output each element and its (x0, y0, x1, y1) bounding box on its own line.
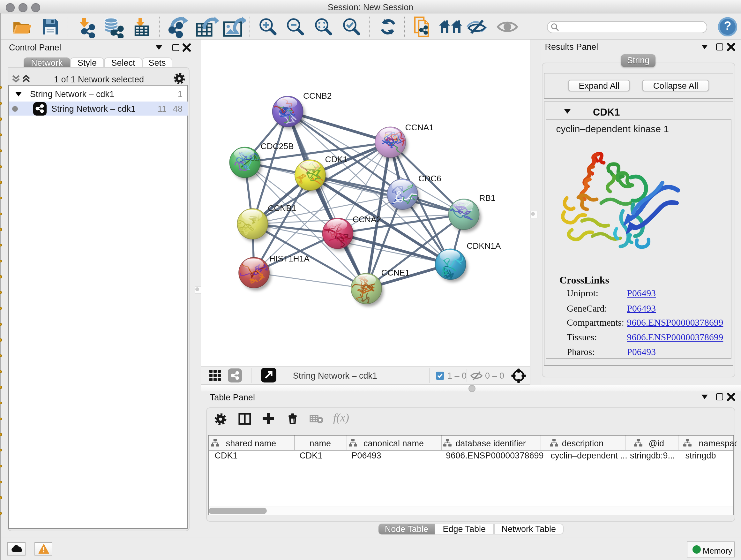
svg-text:CDK1: CDK1 (325, 154, 347, 164)
svg-text:CCNA2: CCNA2 (353, 214, 381, 224)
svg-text:CCNA1: CCNA1 (405, 123, 434, 132)
svg-text:HIST1H1A: HIST1H1A (269, 254, 310, 263)
svg-text:CCNB2: CCNB2 (303, 91, 332, 101)
svg-text:CCNB1: CCNB1 (268, 203, 296, 213)
svg-text:RB1: RB1 (479, 193, 495, 203)
svg-text:CDC25B: CDC25B (261, 141, 294, 151)
svg-text:CDC6: CDC6 (418, 174, 441, 183)
svg-text:CDKN1A: CDKN1A (467, 241, 501, 251)
svg-text:CCNE1: CCNE1 (381, 268, 410, 277)
